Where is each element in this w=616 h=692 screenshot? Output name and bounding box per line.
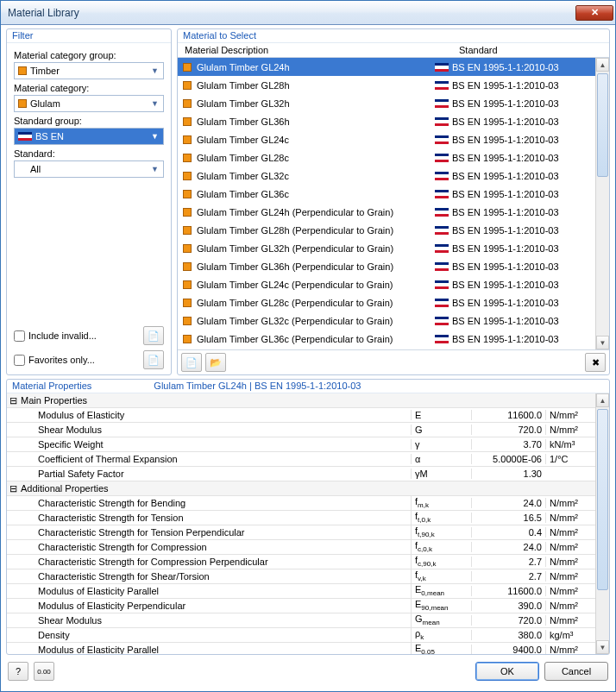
col-description[interactable]: Material Description bbox=[185, 45, 459, 55]
material-swatch-icon bbox=[183, 154, 192, 162]
cat-combo[interactable]: Glulam ▼ bbox=[14, 95, 164, 112]
prop-symbol: α bbox=[411, 454, 471, 464]
prop-unit: N/mm² bbox=[545, 425, 595, 435]
material-row[interactable]: Glulam Timber GL24hBS EN 1995-1-1:2010-0… bbox=[178, 58, 595, 76]
prop-value: 720.0 bbox=[471, 425, 545, 435]
uk-flag-icon bbox=[435, 99, 449, 108]
uk-flag-icon bbox=[435, 81, 449, 90]
prop-symbol: fm,k bbox=[411, 496, 471, 509]
favorites-only-label: Favorites only... bbox=[28, 355, 95, 365]
props-section-header[interactable]: ⊟Additional Properties bbox=[7, 481, 595, 496]
material-row[interactable]: Glulam Timber GL24h (Perpendicular to Gr… bbox=[178, 203, 595, 221]
property-row: Modulus of Elasticity ParallelE0,059400.… bbox=[7, 643, 595, 654]
property-row: Modulus of ElasticityE11600.0N/mm² bbox=[7, 408, 595, 423]
prop-name: Modulus of Elasticity Parallel bbox=[19, 586, 411, 596]
close-button[interactable]: ✕ bbox=[575, 5, 613, 21]
titlebar[interactable]: Material Library ✕ bbox=[1, 1, 615, 25]
prop-value: 5.0000E-06 bbox=[471, 454, 545, 464]
prop-unit: N/mm² bbox=[545, 527, 595, 538]
help-button[interactable]: ? bbox=[8, 662, 28, 681]
filter-panel: Filter Material category group: Timber ▼… bbox=[6, 28, 172, 375]
favorites-options-button[interactable]: 📄 bbox=[143, 350, 164, 369]
property-row: Partial Safety FactorγM1.30 bbox=[7, 467, 595, 481]
material-row[interactable]: Glulam Timber GL32h (Perpendicular to Gr… bbox=[178, 239, 595, 257]
chevron-down-icon: ▼ bbox=[148, 99, 161, 108]
window-body: Filter Material category group: Timber ▼… bbox=[1, 25, 615, 691]
favorites-only-checkbox[interactable] bbox=[14, 355, 25, 366]
material-swatch-icon bbox=[183, 172, 192, 180]
prop-name: Modulus of Elasticity bbox=[19, 410, 411, 420]
material-row[interactable]: Glulam Timber GL28h (Perpendicular to Gr… bbox=[178, 221, 595, 239]
prop-name: Shear Modulus bbox=[19, 615, 411, 626]
delete-material-button[interactable]: ✖ bbox=[585, 353, 606, 372]
units-button[interactable]: 0.00 bbox=[34, 662, 54, 681]
material-swatch-icon bbox=[183, 226, 192, 235]
open-folder-button[interactable]: 📂 bbox=[205, 353, 226, 372]
std-group-combo[interactable]: BS EN ▼ bbox=[14, 128, 164, 145]
scroll-thumb[interactable] bbox=[597, 409, 608, 590]
prop-value: 9400.0 bbox=[471, 645, 545, 654]
uk-flag-icon bbox=[435, 299, 449, 307]
prop-value: 2.7 bbox=[471, 557, 545, 567]
cat-label: Material category: bbox=[14, 83, 164, 93]
material-row[interactable]: Glulam Timber GL36h (Perpendicular to Gr… bbox=[178, 257, 595, 275]
material-row[interactable]: Glulam Timber GL28hBS EN 1995-1-1:2010-0… bbox=[178, 76, 595, 94]
include-invalid-checkbox[interactable] bbox=[14, 330, 25, 342]
material-description: Glulam Timber GL32h bbox=[197, 98, 435, 109]
material-row[interactable]: Glulam Timber GL36c (Perpendicular to Gr… bbox=[178, 330, 595, 348]
material-list: Glulam Timber GL24hBS EN 1995-1-1:2010-0… bbox=[178, 58, 609, 349]
material-row[interactable]: Glulam Timber GL28cBS EN 1995-1-1:2010-0… bbox=[178, 148, 595, 167]
property-row: Shear ModulusGmean720.0N/mm² bbox=[7, 613, 595, 628]
prop-unit: N/mm² bbox=[545, 645, 595, 654]
prop-symbol: γ bbox=[411, 439, 471, 450]
material-row[interactable]: Glulam Timber GL36hBS EN 1995-1-1:2010-0… bbox=[178, 112, 595, 130]
filter-heading: Filter bbox=[7, 29, 171, 43]
ok-button[interactable]: OK bbox=[475, 662, 539, 681]
scroll-down-button[interactable]: ▼ bbox=[596, 640, 609, 654]
material-row[interactable]: Glulam Timber GL32c (Perpendicular to Gr… bbox=[178, 311, 595, 330]
new-material-button[interactable]: 📄 bbox=[181, 353, 202, 372]
property-row: Modulus of Elasticity PerpendicularE90,m… bbox=[7, 599, 595, 613]
material-row[interactable]: Glulam Timber GL24cBS EN 1995-1-1:2010-0… bbox=[178, 130, 595, 148]
material-description: Glulam Timber GL24h bbox=[197, 62, 435, 72]
prop-name: Characteristic Strength for Compression bbox=[19, 542, 411, 552]
material-swatch-icon bbox=[183, 317, 192, 325]
cat-group-value: Timber bbox=[30, 66, 145, 76]
timber-swatch-icon bbox=[18, 66, 27, 75]
scroll-up-button[interactable]: ▲ bbox=[596, 58, 609, 72]
glulam-swatch-icon bbox=[18, 99, 27, 108]
include-invalid-options-button[interactable]: 📄 bbox=[143, 326, 164, 345]
prop-name: Shear Modulus bbox=[19, 425, 411, 435]
props-scrollbar[interactable]: ▲ ▼ bbox=[595, 393, 609, 654]
prop-symbol: ft,90,k bbox=[411, 525, 471, 538]
prop-unit: N/mm² bbox=[545, 498, 595, 508]
uk-flag-icon bbox=[435, 317, 449, 325]
material-swatch-icon bbox=[183, 244, 192, 253]
collapse-icon[interactable]: ⊟ bbox=[7, 395, 19, 406]
material-row[interactable]: Glulam Timber GL28c (Perpendicular to Gr… bbox=[178, 293, 595, 311]
material-row[interactable]: Glulam Timber GL32cBS EN 1995-1-1:2010-0… bbox=[178, 167, 595, 185]
props-section-header[interactable]: ⊟Main Properties bbox=[7, 393, 595, 408]
material-row[interactable]: Glulam Timber GL32hBS EN 1995-1-1:2010-0… bbox=[178, 94, 595, 112]
prop-symbol: γM bbox=[411, 469, 471, 479]
cat-group-label: Material category group: bbox=[14, 50, 164, 60]
std-combo[interactable]: All ▼ bbox=[14, 160, 164, 178]
material-row[interactable]: Glulam Timber GL24c (Perpendicular to Gr… bbox=[178, 275, 595, 293]
material-list-scrollbar[interactable]: ▲ ▼ bbox=[595, 58, 609, 349]
prop-name: Characteristic Strength for Shear/Torsio… bbox=[19, 571, 411, 582]
collapse-icon[interactable]: ⊟ bbox=[7, 483, 19, 494]
prop-name: Modulus of Elasticity Parallel bbox=[19, 645, 411, 654]
cat-group-combo[interactable]: Timber ▼ bbox=[14, 62, 164, 79]
col-standard[interactable]: Standard bbox=[459, 45, 606, 55]
chevron-down-icon: ▼ bbox=[148, 165, 161, 173]
material-standard: BS EN 1995-1-1:2010-03 bbox=[452, 189, 595, 199]
std-label: Standard: bbox=[14, 148, 164, 159]
material-row[interactable]: Glulam Timber GL20cBS EN 14080:2013-08 bbox=[178, 348, 595, 349]
material-row[interactable]: Glulam Timber GL36cBS EN 1995-1-1:2010-0… bbox=[178, 185, 595, 203]
scroll-up-button[interactable]: ▲ bbox=[596, 393, 609, 407]
property-row: Characteristic Strength for Shear/Torsio… bbox=[7, 569, 595, 584]
cancel-button[interactable]: Cancel bbox=[544, 662, 608, 681]
scroll-down-button[interactable]: ▼ bbox=[596, 336, 609, 349]
scroll-thumb[interactable] bbox=[597, 73, 608, 177]
prop-unit: N/mm² bbox=[545, 586, 595, 596]
